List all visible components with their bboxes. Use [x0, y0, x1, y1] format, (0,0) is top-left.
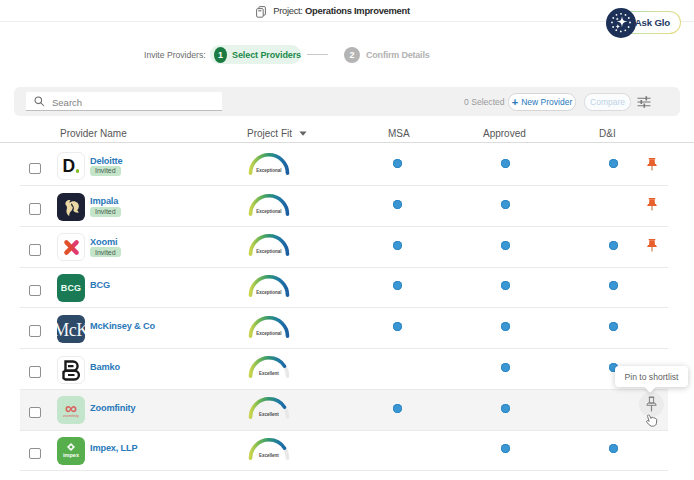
svg-text:Excellent: Excellent: [259, 371, 279, 376]
svg-text:Exceptional: Exceptional: [256, 330, 281, 335]
svg-text:Exceptional: Exceptional: [256, 167, 281, 172]
svg-text:Excellent: Excellent: [259, 452, 279, 457]
svg-text:Excellent: Excellent: [259, 412, 279, 417]
svg-text:Exceptional: Exceptional: [256, 249, 281, 254]
svg-text:Exceptional: Exceptional: [256, 290, 281, 295]
svg-text:Exceptional: Exceptional: [256, 208, 281, 213]
